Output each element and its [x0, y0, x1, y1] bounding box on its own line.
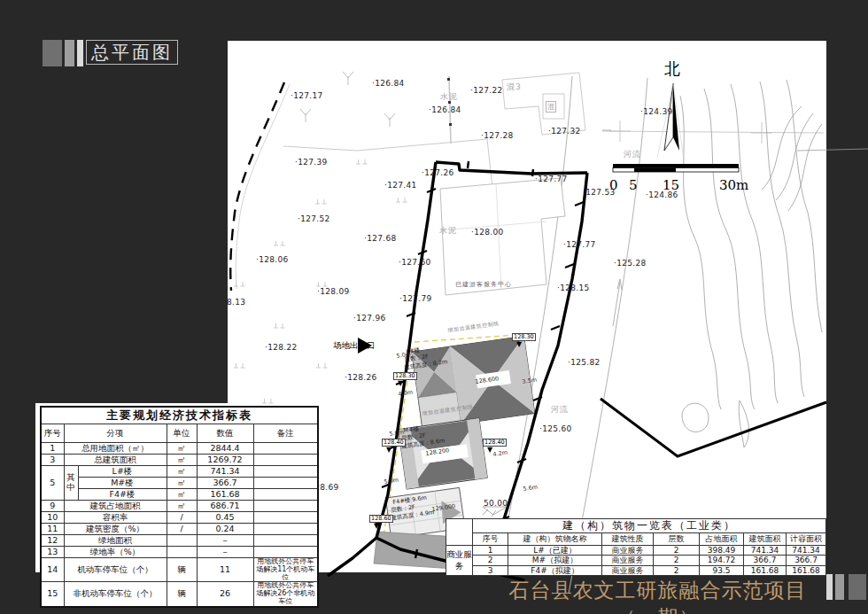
table-cell: 1269.72	[197, 455, 253, 466]
building-table-corner	[446, 519, 473, 546]
tree-symbols	[300, 72, 395, 127]
row-number: 12	[41, 535, 64, 547]
table-cell: 3	[473, 565, 508, 575]
row-number: 10	[41, 512, 64, 524]
table-cell: 绿地面积	[64, 535, 167, 547]
table-row: 3总建筑面积㎡1269.72	[41, 455, 318, 466]
header-square-mid	[65, 40, 74, 66]
table-cell: 辆	[167, 582, 197, 607]
page: { "header": { "title": "总平面图" }, "footer…	[0, 0, 868, 614]
slope-symbol	[483, 507, 507, 517]
table-row: 15非机动车停车位（个）辆26用地线外公共停车场解决26个非机动车位	[41, 582, 318, 607]
table-cell: /	[167, 524, 197, 535]
table-row: F4#楼㎡161.68	[41, 489, 318, 501]
project-title: 石台县农文工研旅融合示范项目（一期）	[492, 577, 824, 614]
table-row: 5其中L#楼㎡741.34	[41, 466, 318, 478]
table-cell: 建筑密度（%）	[64, 524, 167, 535]
north-arrow	[657, 83, 684, 159]
table-cell: 非机动车停车位（个）	[64, 582, 167, 607]
table-cell: 686.71	[197, 501, 253, 512]
table-cell: 161.68	[744, 565, 787, 575]
table-cell: 366.7	[197, 478, 253, 489]
table-cell: 2844.4	[197, 443, 253, 455]
road-dashed-line	[230, 82, 284, 291]
row-number: 14	[41, 558, 64, 582]
table-cell	[253, 443, 318, 455]
building-footprint-gray	[374, 532, 457, 569]
col-header: 建筑面积	[744, 533, 787, 546]
table-cell: 2	[473, 556, 508, 565]
col-header: 数值	[197, 424, 253, 443]
footer-square-dark	[849, 574, 866, 600]
table-cell: ㎡	[167, 478, 197, 489]
indicator-table: 主要规划经济技术指标表序号分项单位数值备注1总用地面积（㎡）㎡2844.43总建…	[40, 406, 319, 608]
visitor-center-outline	[440, 178, 565, 295]
col-header: 备注	[253, 424, 318, 443]
table-cell: 11	[197, 558, 253, 582]
building-table-title: 建（构）筑物一览表（工业类）	[473, 519, 826, 533]
parcel-lines	[283, 73, 824, 188]
building-l	[412, 336, 535, 429]
table-cell: ㎡	[167, 489, 197, 501]
table-cell: 161.68	[787, 565, 826, 575]
col-header: 层数	[654, 533, 700, 546]
table-row: 10容积率/0.45	[41, 512, 318, 524]
table-header-row: 序号建（构）筑物名称建筑性质层数占地面积建筑面积计容面积	[446, 533, 826, 546]
row-number: 1	[41, 443, 64, 455]
table-cell	[167, 535, 197, 547]
row-number: 9	[41, 501, 64, 512]
table-cell: 741.34	[787, 546, 826, 556]
table-cell: 194.72	[700, 556, 744, 565]
building-m	[399, 418, 488, 489]
table-cell: －	[197, 535, 253, 547]
col-header: 占地面积	[700, 533, 744, 546]
table-row: 11建筑密度（%）/0.24	[41, 524, 318, 535]
table-row: 12绿地面积－	[41, 535, 318, 547]
side-category-label: 商业服务	[446, 546, 473, 576]
table-cell: L#楼	[78, 466, 167, 478]
table-row: 3F4#（拟建）商业服务293.5161.68161.68	[446, 565, 826, 575]
table-cell: 0.45	[197, 512, 253, 524]
row-number: 15	[41, 582, 64, 607]
building-table: 建（构）筑物一览表（工业类）序号建（构）筑物名称建筑性质层数占地面积建筑面积计容…	[446, 518, 826, 576]
table-row: 2M#（拟建）商业服务2194.72366.7366.7	[446, 556, 826, 565]
table-cell	[167, 547, 197, 558]
page-title: 总平面图	[86, 40, 178, 65]
table-row: M#楼㎡366.7	[41, 478, 318, 489]
table-cell	[253, 535, 318, 547]
table-cell: 366.7	[787, 556, 826, 565]
table-row: 13绿地率（%）－	[41, 547, 318, 558]
table-row: 建（构）筑物一览表（工业类）	[446, 519, 826, 533]
road-edge-line	[236, 84, 290, 289]
table-cell: 商业服务	[602, 546, 654, 556]
utility-line	[447, 76, 452, 144]
table-cell: F4#（拟建）	[508, 565, 602, 575]
table-cell	[253, 489, 318, 501]
table-cell: 用地线外公共停车场解决11个机动车位	[253, 558, 318, 582]
col-header: 建筑性质	[602, 533, 654, 546]
table-cell: 用地线外公共停车场解决26个非机动车位	[253, 582, 318, 607]
table-cell: 总建筑面积	[64, 455, 167, 466]
table-cell	[253, 501, 318, 512]
table-cell: 容积率	[64, 512, 167, 524]
table-cell: L#（已建）	[508, 546, 602, 556]
table-cell: 741.34	[744, 546, 787, 556]
table-cell	[253, 512, 318, 524]
col-header: 序号	[41, 424, 64, 443]
table-cell: M#楼	[78, 478, 167, 489]
table-cell: ㎡	[167, 466, 197, 478]
table-cell: 0.24	[197, 524, 253, 535]
table-cell: 辆	[167, 558, 197, 582]
table-cell: ㎡	[167, 501, 197, 512]
table-cell	[253, 478, 318, 489]
table-cell: 2	[654, 546, 700, 556]
col-header: 序号	[473, 533, 508, 546]
table-row: 1总用地面积（㎡）㎡2844.4	[41, 443, 318, 455]
table-cell	[253, 466, 318, 478]
col-header: 单位	[167, 424, 197, 443]
table-cell: －	[197, 547, 253, 558]
table-cell: 总用地面积（㎡）	[64, 443, 167, 455]
table-cell: 机动车停车位（个）	[64, 558, 167, 582]
table-cell: M#（拟建）	[508, 556, 602, 565]
table-cell: 2	[654, 556, 700, 565]
